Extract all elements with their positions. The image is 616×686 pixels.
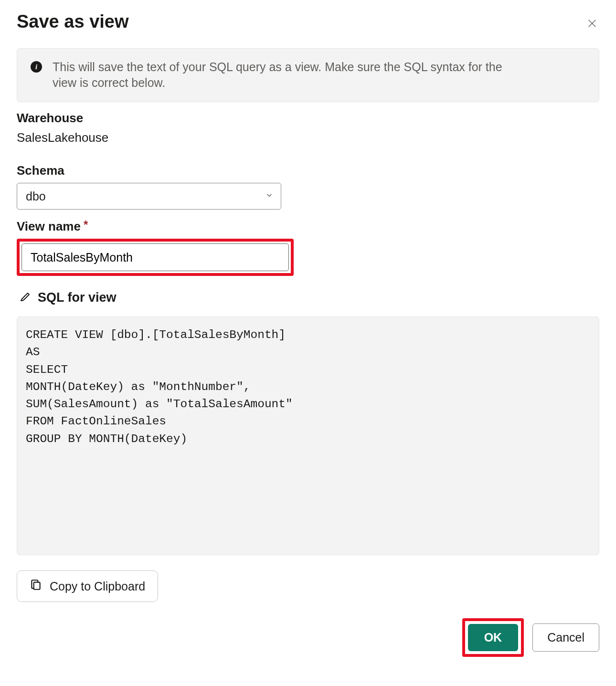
viewname-input[interactable] bbox=[21, 243, 289, 271]
viewname-label: View name bbox=[17, 219, 81, 234]
viewname-section: View name * bbox=[17, 219, 599, 276]
cancel-button[interactable]: Cancel bbox=[532, 623, 599, 652]
close-button[interactable] bbox=[585, 16, 599, 32]
warehouse-label: Warehouse bbox=[17, 111, 599, 126]
ok-highlight: OK bbox=[462, 618, 524, 657]
edit-icon bbox=[20, 291, 31, 305]
schema-selected-value: dbo bbox=[26, 190, 46, 203]
info-banner-text: This will save the text of your SQL quer… bbox=[53, 59, 516, 90]
info-icon: i bbox=[31, 61, 42, 73]
close-icon bbox=[587, 23, 597, 30]
ok-button[interactable]: OK bbox=[468, 624, 519, 651]
schema-label: Schema bbox=[17, 163, 599, 178]
copy-button-label: Copy to Clipboard bbox=[50, 580, 145, 593]
info-banner: i This will save the text of your SQL qu… bbox=[17, 48, 599, 102]
copy-icon bbox=[30, 579, 42, 594]
viewname-highlight bbox=[17, 239, 294, 276]
warehouse-section: Warehouse SalesLakehouse bbox=[17, 111, 599, 145]
dialog-header: Save as view bbox=[17, 11, 599, 32]
sql-section-label: SQL for view bbox=[38, 290, 117, 305]
copy-to-clipboard-button[interactable]: Copy to Clipboard bbox=[17, 570, 158, 602]
sql-section-header: SQL for view bbox=[20, 290, 599, 305]
required-indicator: * bbox=[84, 218, 88, 232]
svg-rect-2 bbox=[34, 582, 40, 590]
warehouse-value: SalesLakehouse bbox=[17, 130, 599, 145]
sql-textarea[interactable] bbox=[17, 317, 599, 555]
dialog-footer: OK Cancel bbox=[17, 618, 599, 657]
dialog-title: Save as view bbox=[17, 11, 129, 32]
schema-select[interactable]: dbo bbox=[17, 183, 281, 210]
copy-row: Copy to Clipboard bbox=[17, 570, 599, 602]
schema-section: Schema dbo bbox=[17, 163, 599, 210]
